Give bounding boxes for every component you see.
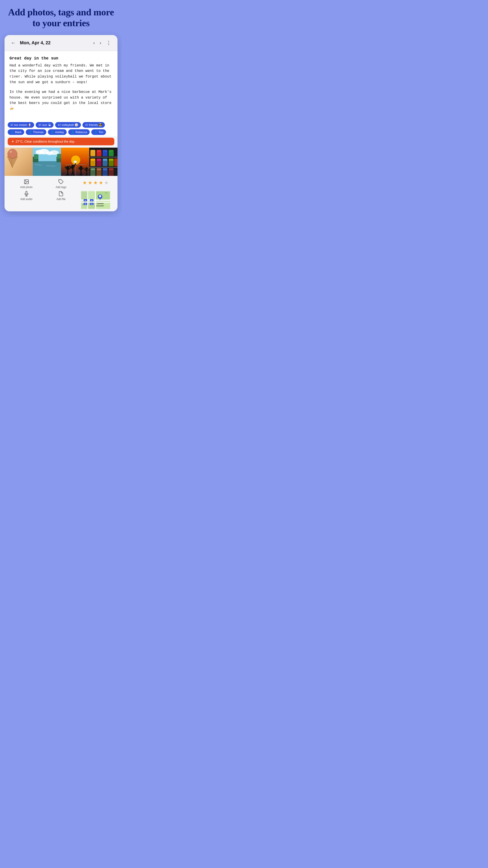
tag-rebecca[interactable]: 👤 Rebecca bbox=[68, 129, 90, 135]
back-button[interactable]: ← bbox=[9, 39, 18, 47]
person-icon: 👤 bbox=[71, 130, 74, 134]
weather-text: 27°C, Clear conditions throughout the da… bbox=[15, 140, 75, 143]
svg-rect-15 bbox=[34, 154, 38, 159]
entry-title: Great day in the sun bbox=[9, 56, 112, 61]
star-5[interactable]: ★ bbox=[104, 180, 109, 186]
star-2[interactable]: ★ bbox=[88, 180, 92, 186]
tag-volleyball[interactable]: 🏷 volleyball 🏐 bbox=[55, 122, 81, 128]
photo-beer[interactable] bbox=[89, 148, 118, 176]
tags-section: 🏷 ice cream 🍦 🏷 sun 🌤 🏷 volleyball 🏐 🏷 f… bbox=[4, 119, 118, 136]
svg-rect-17 bbox=[57, 154, 61, 158]
icecream-svg bbox=[4, 148, 20, 168]
tag-icon bbox=[58, 179, 64, 184]
photo-river[interactable] bbox=[33, 148, 61, 176]
tag-label-icon: 🏷 bbox=[85, 123, 88, 127]
weather-icon: ☀ bbox=[11, 140, 14, 143]
svg-rect-79 bbox=[109, 168, 113, 170]
tag-thomas[interactable]: 👤 Thomas bbox=[26, 129, 46, 135]
svg-rect-50 bbox=[89, 167, 118, 168]
svg-rect-64 bbox=[91, 159, 95, 161]
svg-point-81 bbox=[25, 181, 26, 181]
add-photo-button[interactable]: Add photo bbox=[9, 179, 43, 189]
navigation-buttons: ‹ › ⋮ bbox=[92, 39, 113, 47]
add-tags-button[interactable]: Add tags bbox=[43, 179, 78, 189]
card-header: ← Mon, Apr 4, 22 ‹ › ⋮ bbox=[4, 35, 118, 51]
tag-label: Tim bbox=[98, 130, 103, 134]
svg-point-4 bbox=[8, 149, 17, 158]
next-entry-button[interactable]: › bbox=[98, 39, 103, 46]
svg-rect-59 bbox=[103, 151, 107, 151]
add-tags-label: Add tags bbox=[56, 186, 66, 189]
svg-point-5 bbox=[10, 151, 12, 153]
photo-grid bbox=[4, 148, 118, 176]
svg-point-42 bbox=[85, 167, 88, 170]
svg-rect-70 bbox=[109, 159, 113, 161]
tag-label: friends 😎 bbox=[89, 123, 102, 127]
svg-text:54: 54 bbox=[85, 200, 86, 202]
rating-widget[interactable]: ★ ★ ★ ★ ★ bbox=[78, 179, 113, 189]
map-area[interactable]: 54 22 30 44 Capalaba Chandler Po... ale bbox=[78, 191, 113, 209]
svg-rect-91 bbox=[88, 191, 95, 199]
star-3[interactable]: ★ bbox=[93, 180, 98, 186]
entry-paragraph-2: In the evening we had a nice barbecue at… bbox=[9, 89, 112, 112]
tag-label: Rebecca bbox=[75, 130, 87, 134]
svg-rect-11 bbox=[33, 161, 61, 176]
microphone-icon bbox=[24, 191, 29, 196]
svg-rect-53 bbox=[90, 151, 95, 151]
photo-icecream[interactable] bbox=[4, 148, 33, 176]
star-4[interactable]: ★ bbox=[99, 180, 103, 186]
svg-text:Capalaba: Capalaba bbox=[97, 203, 104, 205]
file-icon bbox=[58, 191, 64, 196]
svg-rect-75 bbox=[97, 168, 101, 170]
svg-rect-62 bbox=[109, 151, 113, 151]
bottom-toolbar: Add photo Add tags ★ ★ ★ ★ ★ bbox=[4, 176, 118, 211]
tag-sun[interactable]: 🏷 sun 🌤 bbox=[36, 122, 54, 128]
overflow-menu-button[interactable]: ⋮ bbox=[104, 39, 113, 47]
tag-label: Thomas bbox=[33, 130, 43, 134]
beer-svg bbox=[89, 148, 118, 176]
tag-tim[interactable]: 👤 Tim bbox=[91, 129, 106, 135]
tag-ashley[interactable]: 👤 Ashley bbox=[48, 129, 67, 135]
prev-entry-button[interactable]: ‹ bbox=[92, 39, 97, 46]
journal-card: ← Mon, Apr 4, 22 ‹ › ⋮ Great day in the … bbox=[4, 35, 118, 211]
svg-text:Chandler: Chandler bbox=[96, 205, 104, 207]
journal-content: Great day in the sun Had a wonderful day… bbox=[4, 51, 118, 119]
tag-label-icon: 🏷 bbox=[58, 123, 61, 127]
add-file-button[interactable]: Add file bbox=[43, 191, 78, 209]
weather-bar: ☀ 27°C, Clear conditions throughout the … bbox=[8, 138, 114, 145]
person-icon: 👤 bbox=[94, 130, 98, 134]
tag-icecream[interactable]: 🏷 ice cream 🍦 bbox=[8, 122, 34, 128]
tag-friends[interactable]: 🏷 friends 😎 bbox=[83, 122, 105, 128]
tag-label-icon: 🏷 bbox=[38, 123, 41, 127]
svg-rect-90 bbox=[81, 191, 87, 199]
svg-text:30: 30 bbox=[85, 203, 86, 205]
photo-volleyball[interactable] bbox=[61, 148, 89, 176]
tag-label: Mark bbox=[15, 130, 22, 134]
tag-label-icon: 🏷 bbox=[10, 123, 13, 127]
tag-label: ice cream 🍦 bbox=[14, 123, 31, 127]
svg-text:ale: ale bbox=[82, 204, 84, 205]
entry-date: Mon, Apr 4, 22 bbox=[20, 40, 89, 45]
tag-label: volleyball 🏐 bbox=[62, 123, 78, 127]
svg-rect-66 bbox=[97, 159, 101, 161]
tag-mark[interactable]: 👤 Mark bbox=[8, 129, 24, 135]
tag-label: Ashley bbox=[55, 130, 64, 134]
svg-rect-73 bbox=[91, 168, 95, 170]
photo-icon bbox=[24, 179, 29, 184]
star-1[interactable]: ★ bbox=[83, 180, 87, 186]
person-icon: 👤 bbox=[51, 130, 54, 134]
person-icon: 👤 bbox=[10, 130, 14, 134]
stars-group: ★ ★ ★ ★ ★ bbox=[83, 179, 109, 186]
svg-rect-77 bbox=[103, 168, 107, 170]
svg-rect-56 bbox=[96, 151, 101, 151]
svg-text:Po...: Po... bbox=[105, 192, 108, 193]
add-audio-button[interactable]: Add audio bbox=[9, 191, 43, 209]
map-svg: 54 22 30 44 Capalaba Chandler Po... ale bbox=[81, 191, 110, 209]
tag-label: sun 🌤 bbox=[42, 123, 51, 127]
add-photo-label: Add photo bbox=[20, 186, 33, 189]
svg-rect-71 bbox=[114, 158, 118, 166]
entry-paragraph-1: Had a wonderful day with my friends. We … bbox=[9, 63, 112, 85]
river-svg bbox=[33, 148, 61, 176]
svg-point-105 bbox=[99, 195, 101, 197]
svg-rect-49 bbox=[89, 157, 118, 158]
